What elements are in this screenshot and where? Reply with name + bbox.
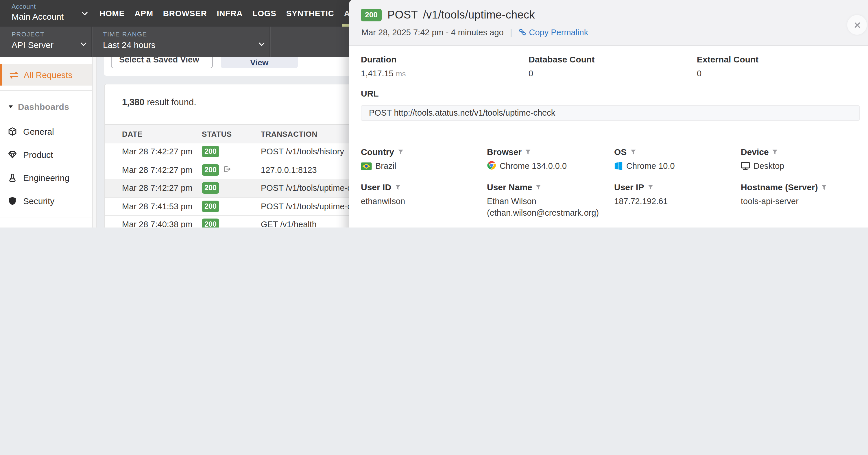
metric-value: 0	[697, 68, 860, 79]
funnel-icon[interactable]	[630, 149, 636, 155]
attribute-value-text: Chrome 134.0.0.0	[500, 161, 567, 170]
project-label: PROJECT	[11, 31, 54, 38]
attribute-label-text: User IP	[614, 182, 644, 192]
top-nav-item-apm[interactable]: APM	[134, 0, 153, 27]
windows-icon	[614, 161, 623, 170]
sidebar-item-product[interactable]: Product	[0, 143, 92, 166]
separator: |	[510, 27, 513, 37]
attribute-user-id: User IDethanwilson	[361, 182, 487, 219]
request-timestamp: Mar 28, 2025 7:42 pm - 4 minutes ago	[362, 28, 504, 37]
sidebar-section-insights[interactable]: Insights	[0, 221, 92, 228]
metric-number: 0	[529, 69, 533, 78]
flask-icon	[7, 173, 17, 182]
attribute-value: Chrome 134.0.0.0	[487, 160, 614, 172]
result-count-suffix: result found.	[145, 97, 196, 107]
sidebar-item-all-requests[interactable]: All Requests	[0, 64, 92, 86]
attribute-label: User ID	[361, 182, 487, 192]
funnel-icon[interactable]	[395, 184, 400, 190]
copy-permalink-link[interactable]: Copy Permalink	[519, 28, 588, 37]
sidebar-item-security[interactable]: Security	[0, 189, 92, 212]
attribute-label: Browser	[487, 147, 614, 157]
chevron-down-icon[interactable]	[258, 40, 266, 48]
sidebar-item-label: Engineering	[23, 172, 69, 183]
chevron-down-icon[interactable]	[81, 10, 89, 17]
brazil-flag-icon	[361, 162, 372, 170]
metrics-row: Duration1,417.15msDatabase Count0Externa…	[361, 54, 860, 80]
app-screen: Select a Saved View Save As New View 1,3…	[0, 0, 868, 228]
metric-number: 1,417.15	[361, 69, 394, 78]
metric-label: Duration	[361, 54, 529, 64]
status-badge: 200	[202, 201, 219, 212]
funnel-icon[interactable]	[772, 149, 778, 155]
shield-icon	[7, 196, 17, 205]
top-nav-item-synthetic[interactable]: SYNTHETIC	[286, 0, 334, 27]
row-transaction: POST /v1/tools/history	[261, 147, 344, 156]
attribute-value-text: Brazil	[375, 161, 396, 170]
attribute-label: Hostname (Server)	[741, 182, 860, 192]
top-nav-item-browser[interactable]: BROWSER	[163, 0, 207, 27]
sidebar-item-label: Security	[23, 196, 54, 205]
attribute-browser: BrowserChrome 134.0.0.0	[487, 147, 614, 172]
metric-number: 0	[697, 69, 702, 78]
metric-value: 1,417.15ms	[361, 68, 529, 80]
attribute-label: User IP	[614, 182, 741, 192]
funnel-icon[interactable]	[647, 184, 653, 190]
status-badge: 200	[202, 183, 219, 194]
row-date: Mar 28 7:42:27 pm	[122, 184, 192, 193]
top-nav-item-infra[interactable]: INFRA	[217, 0, 243, 27]
row-transaction: 127.0.0.1:8123	[261, 165, 317, 174]
attribute-user-ip: User IP187.72.192.61	[614, 182, 741, 219]
chevron-down-icon[interactable]	[80, 40, 87, 48]
metric-database-count: Database Count0	[529, 54, 697, 80]
attribute-value-text: Ethan Wilson (ethan.wilson@crestmark.org…	[487, 197, 599, 217]
toolbar-divider	[91, 27, 92, 57]
row-status: 200	[202, 146, 219, 158]
account-value: Main Account	[11, 11, 64, 22]
account-switcher[interactable]: Account Main Account	[11, 3, 64, 22]
status-badge: 200	[202, 164, 219, 176]
row-transaction: GET /v1/health	[261, 220, 317, 228]
attribute-row: User IDethanwilsonUser NameEthan Wilson …	[361, 182, 860, 219]
link-icon	[519, 28, 526, 36]
metric-external-count: External Count0	[697, 54, 860, 80]
request-detail-panel: 200 POST/v1/tools/uptime-check Mar 28, 2…	[349, 0, 868, 228]
sidebar-section-dashboards[interactable]: Dashboards	[0, 95, 92, 120]
url-label: URL	[361, 89, 379, 98]
project-value: API Server	[11, 40, 54, 50]
sidebar-item-label: General	[23, 126, 54, 136]
attribute-label-text: Hostname (Server)	[741, 182, 818, 192]
funnel-icon[interactable]	[536, 184, 541, 190]
attribute-label: User Name	[487, 182, 614, 192]
attribute-os: OSChrome 10.0	[614, 147, 741, 172]
top-nav-item-home[interactable]: HOME	[99, 0, 125, 27]
sidebar-item-general[interactable]: General	[0, 120, 92, 143]
attribute-value: ethanwilson	[361, 195, 487, 207]
attribute-label-text: Browser	[487, 147, 522, 157]
attribute-value-text: Desktop	[753, 161, 784, 170]
exchange-icon	[9, 71, 19, 79]
funnel-icon[interactable]	[525, 149, 531, 155]
sidebar-item-label: Product	[23, 150, 53, 159]
request-path: /v1/tools/uptime-check	[423, 9, 535, 21]
row-date: Mar 28 7:42:27 pm	[122, 165, 192, 174]
time-range-dropdown[interactable]: TIME RANGE Last 24 hours	[103, 31, 156, 50]
metric-unit: ms	[396, 69, 406, 78]
close-panel-button[interactable]	[847, 15, 867, 35]
attribute-country: CountryBrazil	[361, 147, 487, 172]
caret-down-icon	[8, 104, 13, 109]
status-badge: 200	[361, 9, 382, 22]
funnel-icon[interactable]	[822, 184, 827, 190]
sidebar-item-engineering[interactable]: Engineering	[0, 166, 92, 189]
attribute-label: Country	[361, 147, 487, 157]
result-count-number: 1,380	[122, 97, 145, 107]
url-value: POST http://tools.atatus.net/v1/tools/up…	[361, 105, 860, 121]
content-scrollbar[interactable]	[93, 57, 97, 228]
attribute-label: OS	[614, 147, 741, 157]
sidebar: All RequestsDashboardsGeneralProductEngi…	[0, 57, 93, 228]
time-range-value: Last 24 hours	[103, 40, 156, 50]
top-nav-item-logs[interactable]: LOGS	[252, 0, 276, 27]
sidebar-divider	[0, 90, 92, 91]
metric-label: Database Count	[529, 54, 697, 64]
funnel-icon[interactable]	[398, 149, 403, 155]
project-dropdown[interactable]: PROJECT API Server	[11, 31, 54, 50]
